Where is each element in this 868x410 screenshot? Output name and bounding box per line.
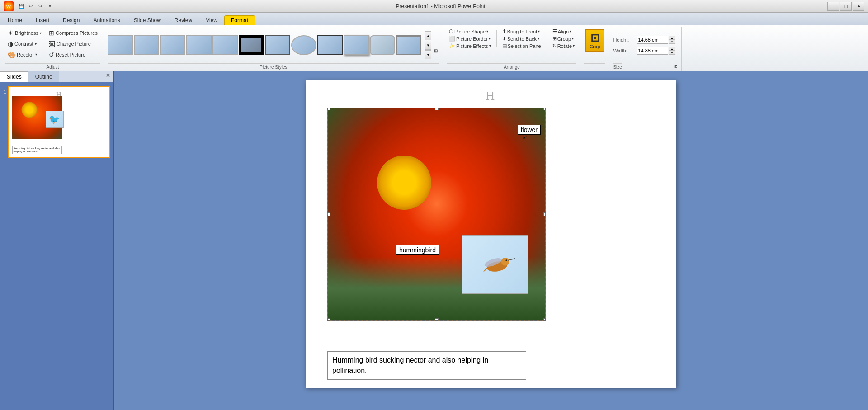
handle-bc[interactable] xyxy=(435,318,439,321)
ps-style-4[interactable] xyxy=(186,35,212,55)
group-button[interactable]: ⊞ Group ▾ xyxy=(551,35,576,42)
save-icon[interactable]: 💾 xyxy=(17,2,25,10)
bring-to-front-button[interactable]: ⬆ Bring to Front ▾ xyxy=(500,28,543,35)
send-to-back-button[interactable]: ⬇ Send to Back ▾ xyxy=(500,35,543,42)
thumb-caption: Humming bird sucking nector and also hel… xyxy=(12,146,62,154)
arrow-icon: ↙ xyxy=(523,134,532,141)
ps-style-5[interactable] xyxy=(212,35,238,55)
sidebar-close-button[interactable]: ✕ xyxy=(103,71,113,82)
gallery-scroll-up[interactable]: ▲ xyxy=(425,31,431,40)
tab-insert[interactable]: Insert xyxy=(29,15,56,25)
gallery-scroll-down[interactable]: ▼ xyxy=(425,41,431,50)
ps-style-1[interactable] xyxy=(108,35,133,55)
slide-thumbnail[interactable]: H 🐦 Humming bird sucking nector and also… xyxy=(8,86,110,158)
gallery-more[interactable]: ▾ xyxy=(425,50,431,59)
picture-border-button[interactable]: ⬜ Picture Border ▾ xyxy=(447,35,493,42)
tab-design[interactable]: Design xyxy=(56,15,86,25)
ps-style-2[interactable] xyxy=(134,35,159,55)
main-image-box[interactable]: flower ↙ xyxy=(327,108,546,321)
handle-br[interactable] xyxy=(543,318,546,321)
handle-mr[interactable] xyxy=(543,212,546,216)
tab-home[interactable]: Home xyxy=(1,15,29,25)
height-input[interactable] xyxy=(637,36,668,44)
group-caret: ▾ xyxy=(572,37,574,41)
change-picture-button[interactable]: 🖼 Change Picture xyxy=(47,39,100,49)
tab-animations[interactable]: Animations xyxy=(86,15,127,25)
size-expand-icon[interactable]: ⊡ xyxy=(674,64,678,69)
hummingbird-label[interactable]: hummingbird xyxy=(396,245,439,255)
svg-line-2 xyxy=(508,259,515,261)
arrange-divider2 xyxy=(547,30,547,47)
ps-style-6[interactable] xyxy=(239,35,264,55)
ps-style-3[interactable] xyxy=(160,35,185,55)
picture-effects-button[interactable]: ✨ Picture Effects ▾ xyxy=(447,42,493,49)
main-area: Slides Outline ✕ 1 H 🐦 Hum xyxy=(0,71,868,410)
selection-pane-button[interactable]: ▤ Selection Pane xyxy=(500,42,543,49)
tab-slideshow[interactable]: Slide Show xyxy=(127,15,168,25)
brightness-button[interactable]: ☀ Brightness ▾ xyxy=(5,28,44,38)
handle-ml[interactable] xyxy=(327,212,330,216)
recolor-icon: 🎨 xyxy=(8,51,15,59)
contrast-button[interactable]: ◑ Contrast ▾ xyxy=(5,39,44,49)
customize-icon[interactable]: ▾ xyxy=(46,2,54,10)
maximize-button[interactable]: □ xyxy=(840,2,852,11)
bring-front-icon: ⬆ xyxy=(502,28,506,34)
crop-group-placeholder xyxy=(584,63,605,71)
crop-icon: ⊡ xyxy=(590,32,599,44)
picture-styles-more[interactable]: ⊞ xyxy=(432,47,439,54)
caption-text-box[interactable]: Humming bird sucking nector and also hel… xyxy=(327,351,526,380)
align-button[interactable]: ☰ Align ▾ xyxy=(551,28,576,35)
handle-bl[interactable] xyxy=(327,318,330,321)
ps-style-10[interactable] xyxy=(344,35,369,55)
crop-button[interactable]: ⊡ Crop xyxy=(585,29,604,52)
slides-tab[interactable]: Slides xyxy=(0,71,28,82)
crop-group-inner: ⊡ Crop xyxy=(584,28,605,62)
redo-icon[interactable]: ↪ xyxy=(36,2,44,10)
window-controls: — □ ✕ xyxy=(827,2,864,11)
width-spinners: ▲ ▼ xyxy=(669,47,675,55)
picture-styles-inner: ▲ ▼ ▾ ⊞ xyxy=(108,28,439,62)
sidebar: Slides Outline ✕ 1 H 🐦 Hum xyxy=(0,71,114,410)
ps-style-8[interactable] xyxy=(291,35,316,55)
tab-view[interactable]: View xyxy=(199,15,224,25)
ribbon: Home Insert Design Animations Slide Show… xyxy=(0,13,868,71)
svg-point-1 xyxy=(501,258,509,266)
undo-icon[interactable]: ↩ xyxy=(27,2,35,10)
handle-tl[interactable] xyxy=(327,108,330,110)
handle-tr[interactable] xyxy=(543,108,546,110)
rotate-button[interactable]: ↻ Rotate ▾ xyxy=(551,42,576,49)
tab-format[interactable]: Format xyxy=(224,15,255,25)
ps-style-12[interactable] xyxy=(396,35,421,55)
hbird-svg xyxy=(475,246,515,283)
ps-style-9[interactable] xyxy=(317,35,343,55)
width-up[interactable]: ▲ xyxy=(669,47,675,51)
recolor-button[interactable]: 🎨 Recolor ▾ xyxy=(5,50,44,60)
reset-picture-button[interactable]: ↺ Reset Picture xyxy=(47,50,100,60)
change-picture-icon: 🖼 xyxy=(49,40,55,48)
ps-style-11[interactable] xyxy=(370,35,395,55)
picture-border-icon: ⬜ xyxy=(449,36,455,42)
height-up[interactable]: ▲ xyxy=(669,36,675,40)
picture-shape-icon: ⬡ xyxy=(449,28,453,34)
quick-access-toolbar: 💾 ↩ ↪ ▾ xyxy=(17,2,54,10)
compress-button[interactable]: ⊞ Compress Pictures xyxy=(47,28,100,38)
flower-label[interactable]: flower ↙ xyxy=(518,125,541,135)
stb-caret: ▾ xyxy=(538,37,539,41)
picture-shape-button[interactable]: ⬡ Picture Shape ▾ xyxy=(447,28,493,35)
width-input[interactable] xyxy=(637,47,668,55)
picture-styles-gallery xyxy=(108,35,424,55)
tab-review[interactable]: Review xyxy=(168,15,199,25)
minimize-button[interactable]: — xyxy=(827,2,839,11)
height-spinners: ▲ ▼ xyxy=(669,36,675,44)
outline-tab[interactable]: Outline xyxy=(28,71,59,82)
selection-pane-icon: ▤ xyxy=(502,43,507,49)
canvas-area[interactable]: H flower xyxy=(114,71,868,410)
handle-tc[interactable] xyxy=(435,108,439,110)
width-down[interactable]: ▼ xyxy=(669,51,675,55)
close-button[interactable]: ✕ xyxy=(853,2,864,11)
height-down[interactable]: ▼ xyxy=(669,40,675,44)
tab-bar: Home Insert Design Animations Slide Show… xyxy=(0,13,868,25)
ps-style-7[interactable] xyxy=(265,35,290,55)
contrast-icon: ◑ xyxy=(8,40,13,48)
hummingbird-image[interactable] xyxy=(462,235,528,294)
